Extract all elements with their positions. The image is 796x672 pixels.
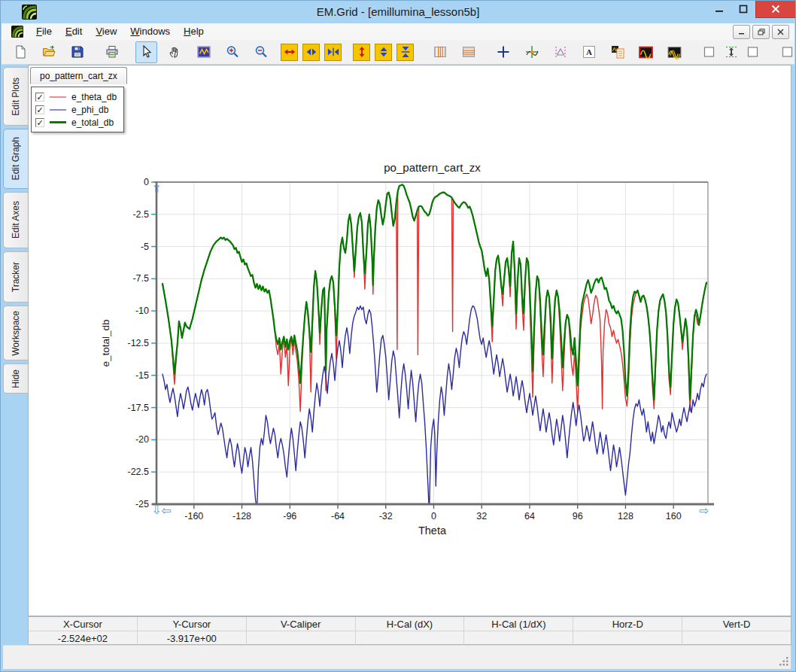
ytick-label: -12.5 (128, 338, 150, 348)
xtick-label: -32 (379, 511, 393, 521)
single-graph-button[interactable] (635, 41, 657, 63)
tracker-icon (525, 45, 539, 59)
zoom-in-button[interactable] (221, 41, 243, 63)
title-bar: EM.Grid - [emillumina_lesson5b] (1, 1, 795, 23)
print-button[interactable] (101, 41, 123, 63)
sidebar-tab-edit-axes[interactable]: Edit Axes (3, 192, 28, 248)
menu-bar: FileEditViewWindowsHelp (2, 23, 794, 41)
zoom-region-icon (197, 45, 211, 59)
new-file-button[interactable] (9, 41, 31, 63)
chart-canvas[interactable]: 0-2.5-5-7.5-10-12.5-15-17.5-20-22.5-25-1… (29, 65, 791, 616)
text-label-button[interactable]: A (578, 41, 600, 63)
xtick-label: 0 (431, 511, 436, 521)
v-caliper-button[interactable] (720, 41, 742, 63)
status-col-header: H-Cal (1/dX) (464, 617, 573, 631)
bottom-strip (3, 645, 791, 669)
shrink-y-button[interactable] (372, 41, 394, 63)
compress-vertical-icon (400, 46, 412, 58)
menu-items: FileEditViewWindowsHelp (29, 23, 211, 40)
legend-checkbox[interactable]: ✓ (35, 105, 44, 114)
ytick-label: -5 (141, 242, 149, 252)
legend-item: ✓e_phi_db (35, 103, 117, 116)
legend-checkbox[interactable]: ✓ (35, 118, 44, 127)
select-cursor-button[interactable] (135, 41, 157, 63)
vertical-markers-button[interactable] (429, 41, 451, 63)
legend-button[interactable] (606, 41, 628, 63)
axis-arrow-right[interactable]: ⇨ (699, 503, 709, 518)
expand-x-button[interactable] (278, 41, 300, 63)
legend-item-label: e_theta_db (71, 92, 117, 102)
ytick-label: -20 (135, 434, 149, 445)
fit-x-button[interactable] (322, 41, 344, 63)
crosshair-button[interactable] (492, 41, 514, 63)
status-header-row: X-CursorY-CursorV-CaliperH-Cal (dX)H-Cal… (29, 617, 791, 631)
checkbox-square-icon (746, 45, 760, 59)
xtick-label: -96 (283, 511, 296, 521)
axis-arrow-up[interactable]: ⇧ (151, 181, 161, 196)
v-caliper-end-button[interactable] (742, 41, 764, 63)
app-logo-icon[interactable] (22, 5, 37, 20)
mdi-close-button[interactable] (772, 25, 789, 39)
y-axis-label: e_total_db (100, 319, 111, 366)
menu-view[interactable]: View (89, 23, 123, 40)
sidebar-tab-tracker[interactable]: Tracker (3, 251, 28, 303)
svg-text:A: A (586, 47, 592, 56)
xtick-label: 64 (524, 511, 535, 521)
fit-y-button[interactable] (394, 41, 416, 63)
document-logo-icon[interactable] (11, 26, 23, 38)
open-file-button[interactable] (38, 41, 59, 63)
checkbox-square-icon (781, 45, 794, 59)
legend-line-sample (50, 121, 66, 123)
axis-arrow-left[interactable]: ⇦ (161, 503, 171, 518)
legend-icon (611, 45, 624, 59)
open-folder-icon (42, 45, 56, 59)
series-e_phi_db (163, 306, 706, 513)
document-area: po_pattern_cart_zx 0-2.5-5-7.5-10-12.5-1… (28, 65, 791, 616)
status-col-value: -2.524e+02 (29, 631, 138, 645)
sidebar-tab-label: Hide (11, 369, 21, 388)
status-value-row: -2.524e+02-3.917e+00 (29, 631, 791, 645)
multi-graph-button[interactable] (664, 41, 685, 63)
menu-windows[interactable]: Windows (123, 23, 177, 40)
zoom-in-icon (226, 45, 239, 59)
mdi-restore-button[interactable] (752, 25, 770, 39)
status-col-header: Y-Cursor (138, 617, 247, 631)
chart-title: po_pattern_cart_zx (384, 161, 481, 174)
sidebar-tab-workspace[interactable]: Workspace (3, 306, 28, 360)
ytick-label: -22.5 (128, 467, 150, 477)
x-axis-label: Theta (418, 525, 447, 537)
window-minimize-button[interactable] (707, 1, 731, 17)
pan-button[interactable] (164, 41, 186, 63)
v-caliper-start-button[interactable] (698, 41, 720, 63)
sidebar-tab-edit-plots[interactable]: Edit Plots (3, 67, 28, 126)
save-button[interactable] (66, 41, 88, 63)
axis-arrow-down[interactable]: ⇩ (151, 503, 161, 517)
tracker-button[interactable] (521, 41, 542, 63)
shrink-x-button[interactable] (300, 41, 322, 63)
menu-edit[interactable]: Edit (59, 23, 89, 40)
caliper-button[interactable] (549, 41, 571, 63)
horizontal-markers-icon (462, 45, 475, 59)
window-maximize-button[interactable] (731, 1, 755, 17)
sidebar-tab-hide[interactable]: Hide (3, 363, 28, 394)
zoom-window-button[interactable] (193, 41, 214, 63)
single-plot-icon (639, 45, 653, 59)
xtick-label: 96 (573, 511, 583, 521)
window-close-button[interactable] (755, 1, 795, 18)
horizontal-markers-button[interactable] (457, 41, 479, 63)
mdi-minimize-button[interactable] (733, 25, 750, 39)
sidebar-tab-label: Workspace (11, 311, 21, 356)
menu-file[interactable]: File (29, 23, 59, 40)
resize-grip[interactable] (779, 656, 789, 667)
legend-item-label: e_phi_db (71, 105, 108, 115)
toolbar: A Layout ▾ (2, 40, 794, 65)
expand-y-button[interactable] (351, 41, 372, 63)
zoom-out-button[interactable] (250, 41, 272, 63)
menu-help[interactable]: Help (177, 23, 211, 40)
select-cursor-icon (140, 45, 153, 59)
sidebar-tab-edit-graph[interactable]: Edit Graph (3, 129, 28, 189)
legend-checkbox[interactable]: ✓ (35, 93, 44, 102)
document-tab[interactable]: po_pattern_cart_zx (30, 67, 127, 84)
status-col-value (573, 631, 682, 645)
h-caliper-start-button[interactable] (776, 41, 796, 63)
